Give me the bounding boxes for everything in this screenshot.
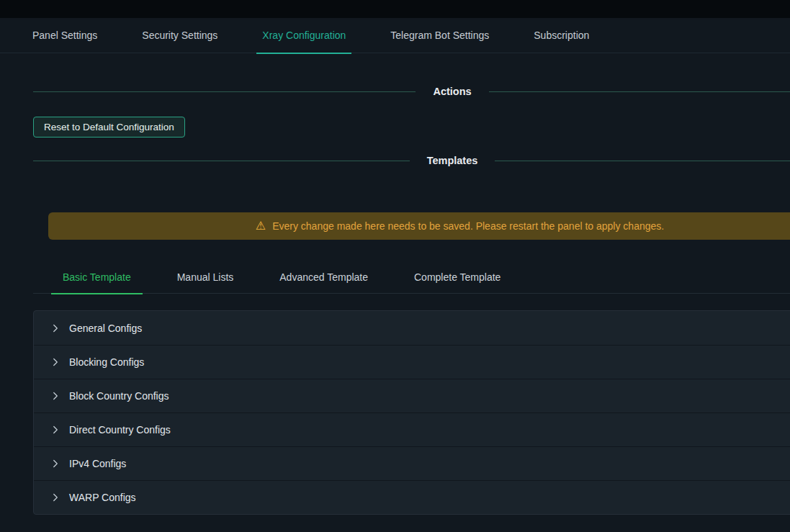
tab-panel-settings[interactable]: Panel Settings (32, 18, 97, 53)
tab-complete-template[interactable]: Complete Template (403, 261, 512, 294)
accordion-item-ipv4-configs[interactable]: IPv4 Configs (34, 446, 790, 480)
tab-advanced-template[interactable]: Advanced Template (268, 261, 380, 294)
accordion-item-blocking-configs[interactable]: Blocking Configs (34, 345, 790, 379)
configs-accordion: General Configs Blocking Configs Block C… (33, 310, 790, 515)
tab-telegram-bot-settings[interactable]: Telegram Bot Settings (390, 18, 489, 53)
accordion-item-label: Blocking Configs (69, 356, 144, 368)
tab-subscription[interactable]: Subscription (534, 18, 589, 53)
tab-manual-lists[interactable]: Manual Lists (166, 261, 246, 294)
chevron-right-icon (51, 425, 60, 434)
accordion-item-label: IPv4 Configs (69, 458, 126, 469)
restart-warning-banner: ⚠ Every change made here needs to be sav… (48, 212, 790, 240)
actions-divider: Actions (33, 84, 790, 99)
actions-section-title: Actions (416, 86, 488, 97)
chevron-right-icon (51, 324, 60, 333)
chevron-right-icon (51, 392, 60, 400)
template-tabs-bar: Basic Template Manual Lists Advanced Tem… (33, 261, 790, 294)
divider-line-right (495, 161, 790, 161)
warning-triangle-icon: ⚠ (256, 220, 266, 232)
accordion-item-label: WARP Configs (69, 492, 136, 503)
divider-line-right (489, 91, 790, 92)
accordion-item-general-configs[interactable]: General Configs (34, 311, 790, 345)
reset-to-default-configuration-button[interactable]: Reset to Default Configuration (33, 117, 185, 137)
chevron-right-icon (51, 358, 60, 366)
accordion-item-label: General Configs (69, 323, 142, 334)
tab-xray-configuration[interactable]: Xray Configuration (262, 18, 346, 53)
tab-basic-template[interactable]: Basic Template (51, 261, 143, 294)
accordion-item-label: Direct Country Configs (69, 424, 171, 436)
divider-line-left (33, 91, 416, 92)
templates-section-title: Templates (410, 155, 495, 166)
chevron-right-icon (51, 459, 60, 468)
templates-divider: Templates (33, 153, 790, 168)
tab-security-settings[interactable]: Security Settings (142, 18, 217, 53)
warning-banner-text: Every change made here needs to be saved… (272, 220, 664, 232)
settings-tabs-bar: Panel Settings Security Settings Xray Co… (0, 18, 790, 53)
divider-line-left (33, 161, 410, 161)
accordion-item-warp-configs[interactable]: WARP Configs (34, 480, 790, 514)
accordion-item-block-country-configs[interactable]: Block Country Configs (34, 379, 790, 412)
accordion-item-label: Block Country Configs (69, 390, 169, 402)
main-content: Actions Reset to Default Configuration T… (33, 84, 790, 515)
accordion-item-direct-country-configs[interactable]: Direct Country Configs (34, 412, 790, 446)
top-strip (0, 0, 790, 18)
chevron-right-icon (51, 493, 60, 502)
